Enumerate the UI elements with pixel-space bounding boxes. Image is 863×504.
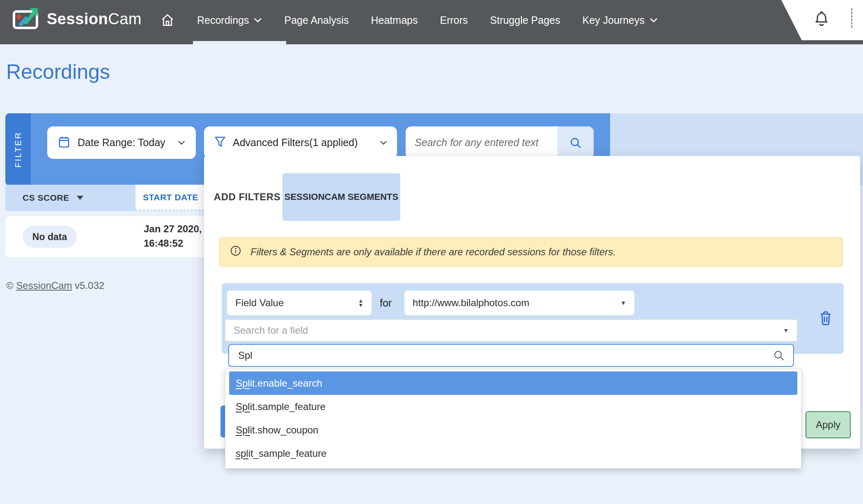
site-value: http://www.bilalphotos.com — [413, 297, 529, 309]
home-icon[interactable] — [160, 13, 175, 27]
field-query-input[interactable] — [237, 349, 773, 362]
field-type-value: Field Value — [235, 297, 284, 309]
option-split-enable-search[interactable]: Split.enable_search — [229, 371, 797, 395]
delete-filter-button[interactable] — [816, 308, 835, 328]
brand-name: SessionCam — [47, 10, 142, 28]
copyright-symbol: © — [6, 280, 14, 291]
calendar-icon — [58, 135, 70, 150]
chevron-down-icon — [254, 18, 262, 23]
select-arrow-icon: ▼ — [783, 327, 789, 334]
nav-item-heatmaps[interactable]: Heatmaps — [371, 14, 418, 26]
version-label: v5.032 — [75, 280, 104, 291]
search-icon — [773, 349, 785, 362]
brand-logo[interactable]: SessionCam — [12, 6, 142, 32]
tab-sessioncam-segments[interactable]: SESSIONCAM SEGMENTS — [282, 173, 400, 221]
search-button[interactable] — [558, 126, 594, 159]
option-split-sample-feature-lower[interactable]: split_sample_feature — [229, 442, 797, 465]
nav-item-struggle-pages[interactable]: Struggle Pages — [490, 14, 560, 26]
for-label: for — [380, 291, 392, 315]
chevron-down-icon — [178, 140, 185, 145]
footer: © SessionCam v5.032 — [6, 280, 104, 291]
active-tab-indicator — [193, 41, 286, 44]
field-options-list: Split.enable_search Split.sample_feature… — [225, 369, 801, 469]
filter-side-tab[interactable]: FILTER — [5, 113, 31, 186]
tab-add-filters[interactable]: ADD FILTERS — [212, 173, 282, 221]
date-range-button[interactable]: Date Range: Today — [47, 126, 196, 159]
option-split-show-coupon[interactable]: Split.show_coupon — [229, 418, 797, 442]
funnel-icon — [214, 135, 226, 150]
advanced-filters-panel: ADD FILTERS SESSIONCAM SEGMENTS Filters … — [204, 156, 860, 449]
field-type-select[interactable]: Field Value ▲▼ — [227, 291, 372, 315]
nav-menu: Recordings Page Analysis Heatmaps Errors… — [160, 0, 658, 40]
date-range-label: Date Range: Today — [78, 137, 165, 149]
info-icon — [230, 245, 241, 259]
cs-score-badge: No data — [23, 226, 77, 248]
warning-banner: Filters & Segments are only available if… — [219, 237, 843, 267]
start-date-label: START DATE — [143, 192, 198, 202]
collapsed-menu-dashes-icon[interactable] — [851, 8, 852, 28]
nav-item-page-analysis[interactable]: Page Analysis — [284, 14, 349, 26]
apply-button[interactable]: Apply — [806, 411, 851, 438]
advanced-filters-label: Advanced Filters(1 applied) — [233, 137, 358, 149]
field-search-placeholder: Search for a field — [234, 325, 308, 336]
notifications-bell-icon[interactable] — [813, 10, 830, 30]
site-select[interactable]: http://www.bilalphotos.com ▼ — [404, 291, 634, 315]
search-icon — [569, 136, 582, 149]
filter-condition-row: Field Value ▲▼ for http://www.bilalphoto… — [222, 283, 844, 354]
nav-item-key-journeys[interactable]: Key Journeys — [582, 14, 657, 26]
nav-item-errors[interactable]: Errors — [440, 14, 468, 26]
select-arrow-icon: ▼ — [620, 300, 626, 306]
chevron-down-icon — [650, 18, 658, 23]
footer-sessioncam-link[interactable]: SessionCam — [16, 280, 72, 291]
sessioncam-logo-icon — [12, 6, 41, 32]
field-query-inputbox — [228, 344, 794, 367]
warning-text: Filters & Segments are only available if… — [250, 246, 616, 258]
select-updown-icon: ▲▼ — [358, 298, 363, 307]
nav-item-recordings[interactable]: Recordings — [197, 14, 262, 26]
field-search-combobox[interactable]: Search for a field ▼ — [225, 319, 797, 341]
option-split-sample-feature[interactable]: Split.sample_feature — [229, 395, 797, 418]
page-title: Recordings — [6, 60, 110, 84]
chevron-down-icon — [380, 140, 387, 145]
row-start-date: Jan 27 2020, 16:48:52 — [144, 222, 202, 250]
sort-descending-icon — [77, 196, 83, 200]
advanced-filters-button[interactable]: Advanced Filters(1 applied) — [204, 126, 397, 159]
cs-score-label: CS SCORE — [23, 193, 69, 203]
column-header-cs-score[interactable]: CS SCORE — [5, 185, 135, 211]
filter-tab-label: FILTER — [13, 131, 23, 168]
top-navbar: SessionCam Recordings Page Analysis Heat… — [0, 0, 863, 44]
text-search-field — [406, 126, 594, 159]
nav-label: Recordings — [197, 14, 249, 26]
trash-icon — [818, 310, 833, 326]
search-input[interactable] — [406, 126, 558, 159]
recordings-page: SessionCam Recordings Page Analysis Heat… — [0, 0, 863, 504]
